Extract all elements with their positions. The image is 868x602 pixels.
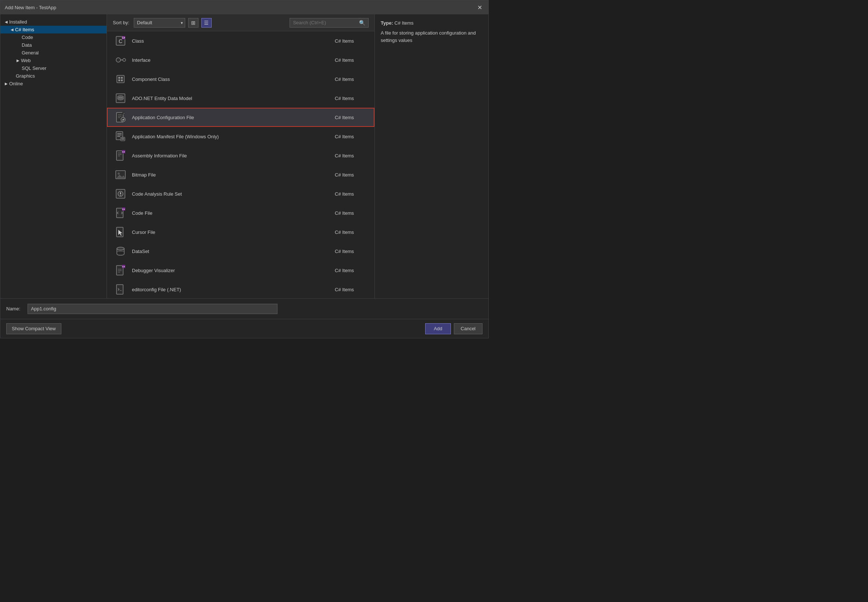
item-icon-debugger-vis: C# bbox=[113, 263, 127, 277]
items-list: C C# Class C# Items Interface C# Items C… bbox=[107, 31, 375, 298]
tree-item-code[interactable]: Code bbox=[0, 34, 107, 41]
list-item-app-config[interactable]: ⚙ Application Configuration File C# Item… bbox=[107, 108, 375, 127]
item-category-bitmap: C# Items bbox=[335, 172, 368, 178]
tree-label-installed: Installed bbox=[9, 19, 27, 25]
detail-type-row: Type: C# Items bbox=[381, 20, 482, 26]
name-bar: Name: bbox=[0, 298, 488, 319]
add-button[interactable]: Add bbox=[425, 323, 450, 334]
search-icon: 🔍 bbox=[359, 20, 365, 26]
item-icon-cursor-file bbox=[113, 225, 127, 239]
svg-rect-8 bbox=[118, 77, 120, 79]
item-name-debugger-vis: Debugger Visualizer bbox=[132, 268, 335, 273]
item-name-component-class: Component Class bbox=[132, 77, 335, 82]
name-input[interactable] bbox=[28, 304, 277, 314]
svg-rect-30 bbox=[121, 139, 124, 140]
svg-text:C#: C# bbox=[122, 37, 125, 39]
tree-label-web: Web bbox=[21, 58, 31, 63]
item-name-bitmap: Bitmap File bbox=[132, 172, 335, 178]
toolbar: Sort by: Default ⊞ ☰ 🔍 bbox=[107, 14, 375, 31]
list-item-interface[interactable]: Interface C# Items bbox=[107, 51, 375, 69]
item-name-interface: Interface bbox=[132, 57, 335, 63]
list-item-code-file[interactable]: C# Code File C# Items bbox=[107, 203, 375, 223]
item-icon-assembly-info: C# bbox=[113, 149, 127, 163]
grid-view-button[interactable]: ⊞ bbox=[188, 18, 199, 28]
list-item-ado-net[interactable]: ADO.NET Entity Data Model C# Items bbox=[107, 89, 375, 108]
close-button[interactable]: ✕ bbox=[475, 3, 484, 12]
item-icon-code-file: C# bbox=[113, 206, 127, 220]
tree-label-data: Data bbox=[22, 42, 32, 48]
tree-item-installed[interactable]: ◀ Installed bbox=[0, 18, 107, 26]
item-icon-class: C C# bbox=[113, 34, 127, 48]
item-category-interface: C# Items bbox=[335, 57, 368, 63]
title-bar: Add New Item - TestApp ✕ bbox=[0, 0, 488, 14]
list-item-debugger-vis[interactable]: C# Debugger Visualizer C# Items bbox=[107, 261, 375, 280]
tree-arrow-online: ▶ bbox=[5, 81, 8, 86]
item-category-app-config: C# Items bbox=[335, 115, 368, 120]
item-category-code-file: C# Items bbox=[335, 210, 368, 216]
svg-text:C: C bbox=[119, 38, 122, 44]
tree-item-sql-server[interactable]: SQL Server bbox=[0, 64, 107, 72]
svg-rect-26 bbox=[117, 135, 122, 135]
item-icon-app-manifest bbox=[113, 129, 127, 143]
svg-point-13 bbox=[118, 95, 124, 98]
tree-arrow-web: ▶ bbox=[17, 58, 20, 63]
tree-label-graphics: Graphics bbox=[16, 73, 35, 79]
search-box: 🔍 bbox=[289, 18, 369, 28]
sort-dropdown[interactable]: Default bbox=[134, 18, 185, 28]
tree-item-csharp-items[interactable]: ◀ C# Items bbox=[0, 26, 107, 34]
item-icon-dataset bbox=[113, 244, 127, 258]
compact-view-button[interactable]: Show Compact View bbox=[6, 323, 61, 334]
detail-type-label: Type: bbox=[381, 20, 393, 26]
svg-point-38 bbox=[118, 172, 120, 175]
item-icon-interface bbox=[113, 53, 127, 67]
item-category-debugger-vis: C# Items bbox=[335, 268, 368, 273]
tree-label-online: Online bbox=[9, 81, 23, 86]
action-buttons: Add Cancel bbox=[425, 323, 482, 334]
name-label: Name: bbox=[6, 306, 20, 312]
item-name-ado-net: ADO.NET Entity Data Model bbox=[132, 95, 335, 101]
svg-point-14 bbox=[118, 98, 124, 100]
svg-rect-29 bbox=[121, 138, 124, 139]
list-item-app-manifest[interactable]: Application Manifest File (Windows Only)… bbox=[107, 127, 375, 146]
search-input[interactable] bbox=[293, 20, 358, 25]
add-new-item-dialog: Add New Item - TestApp ✕ ◀ Installed◀ C#… bbox=[0, 0, 489, 338]
sort-dropdown-wrap: Default bbox=[134, 18, 185, 28]
list-item-dataset[interactable]: DataSet C# Items bbox=[107, 242, 375, 261]
item-category-ado-net: C# Items bbox=[335, 95, 368, 101]
list-item-code-analysis[interactable]: Code Analysis Rule Set C# Items bbox=[107, 184, 375, 203]
svg-rect-25 bbox=[117, 133, 122, 134]
detail-type-value: C# Items bbox=[394, 20, 413, 26]
sort-label: Sort by: bbox=[113, 20, 129, 25]
list-item-editorconfig[interactable]: editorconfig File (.NET) C# Items bbox=[107, 280, 375, 298]
item-icon-code-analysis bbox=[113, 187, 127, 201]
list-item-assembly-info[interactable]: C# Assembly Information File C# Items bbox=[107, 146, 375, 165]
item-category-cursor-file: C# Items bbox=[335, 229, 368, 235]
tree-item-online[interactable]: ▶ Online bbox=[0, 80, 107, 88]
item-category-editorconfig: C# Items bbox=[335, 287, 368, 292]
item-name-cursor-file: Cursor File bbox=[132, 229, 335, 235]
svg-text:C#: C# bbox=[122, 151, 125, 153]
list-item-class[interactable]: C C# Class C# Items bbox=[107, 31, 375, 51]
item-icon-component-class bbox=[113, 72, 127, 86]
list-item-bitmap[interactable]: Bitmap File C# Items bbox=[107, 165, 375, 184]
tree-item-general[interactable]: General bbox=[0, 49, 107, 57]
right-panel: Type: C# Items A file for storing applic… bbox=[375, 14, 488, 298]
svg-point-42 bbox=[120, 195, 121, 196]
tree-item-data[interactable]: Data bbox=[0, 41, 107, 49]
item-name-app-manifest: Application Manifest File (Windows Only) bbox=[132, 134, 335, 140]
list-item-cursor-file[interactable]: Cursor File C# Items bbox=[107, 223, 375, 242]
item-name-editorconfig: editorconfig File (.NET) bbox=[132, 287, 335, 292]
svg-point-6 bbox=[123, 58, 126, 61]
item-category-component-class: C# Items bbox=[335, 77, 368, 82]
list-view-button[interactable]: ☰ bbox=[201, 18, 212, 28]
tree-item-graphics[interactable]: Graphics bbox=[0, 72, 107, 80]
footer-bar: Show Compact View Add Cancel bbox=[0, 319, 488, 338]
svg-rect-7 bbox=[117, 75, 124, 83]
svg-rect-11 bbox=[121, 80, 123, 81]
list-item-component-class[interactable]: Component Class C# Items bbox=[107, 69, 375, 89]
item-category-dataset: C# Items bbox=[335, 249, 368, 254]
item-name-code-file: Code File bbox=[132, 210, 335, 216]
cancel-button[interactable]: Cancel bbox=[454, 323, 482, 334]
tree-item-web[interactable]: ▶ Web bbox=[0, 57, 107, 64]
item-icon-bitmap bbox=[113, 168, 127, 182]
